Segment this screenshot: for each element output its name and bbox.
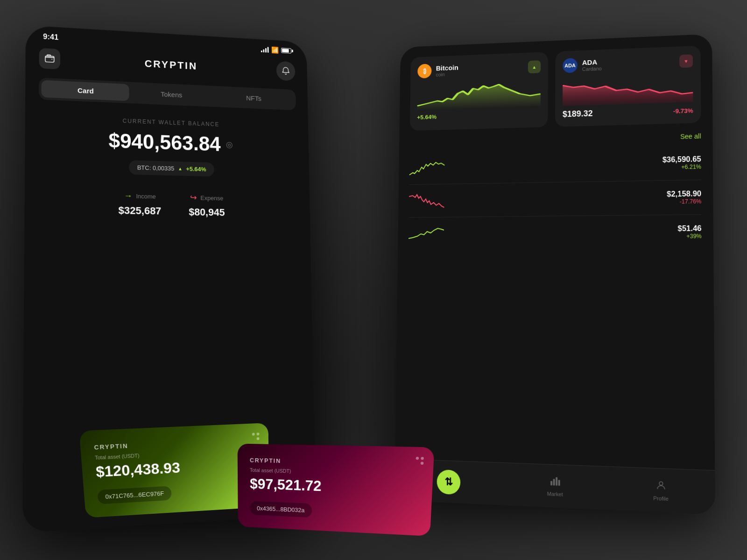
- asset-row-2[interactable]: $2,158.90 -17.76%: [398, 180, 713, 217]
- btc-up-arrow: ▲: [178, 166, 183, 171]
- card-value-pink: $97,521.72: [250, 476, 419, 498]
- expense-label: ↪ Expense: [189, 192, 225, 203]
- asset-row-3[interactable]: $51.46 +39%: [398, 215, 713, 250]
- svg-rect-3: [553, 479, 555, 485]
- bitcoin-mini-card[interactable]: ₿ Bitcoin coin ▲: [410, 52, 548, 131]
- income-item: → Income $325,687: [119, 191, 162, 217]
- svg-rect-1: [47, 55, 51, 56]
- income-arrow-icon: →: [124, 191, 132, 201]
- bell-icon: [282, 66, 290, 76]
- ada-full: Cardano: [582, 65, 602, 71]
- asset-chart-1: [409, 159, 445, 177]
- exchange-button[interactable]: ⇅: [437, 469, 460, 494]
- floating-card-pink: CRYPTIN Total asset (USDT) $97,521.72 0x…: [238, 444, 435, 537]
- bitcoin-card-header: ₿ Bitcoin coin ▲: [417, 59, 541, 78]
- notification-button[interactable]: [276, 61, 296, 81]
- ada-coin-icon: ADA: [563, 58, 578, 73]
- balance-main: $940,563.84 ◎: [39, 126, 297, 158]
- expense-item: ↪ Expense $80,945: [189, 192, 225, 218]
- btc-value: BTC: 0,00335: [137, 164, 174, 172]
- btc-chart: [417, 79, 541, 111]
- asset-change-1: +6.21%: [662, 163, 701, 171]
- status-time: 9:41: [43, 33, 58, 42]
- finance-row: → Income $325,687 ↪ Expense $80,945: [38, 189, 298, 220]
- panel-right: ₿ Bitcoin coin ▲: [395, 34, 715, 515]
- battery-icon: [281, 48, 291, 53]
- btc-name: Bitcoin: [436, 63, 458, 72]
- tab-card[interactable]: Card: [41, 80, 129, 101]
- market-label: Market: [547, 490, 563, 497]
- svg-rect-0: [45, 56, 54, 63]
- balance-amount: $940,563.84: [108, 129, 221, 156]
- svg-rect-5: [558, 480, 560, 485]
- mini-cards-row: ₿ Bitcoin coin ▲: [400, 34, 713, 131]
- asset-info-1: [452, 163, 655, 168]
- ada-chart: [563, 74, 693, 106]
- ada-price: $189.32: [563, 109, 593, 119]
- nav-profile[interactable]: Profile: [653, 479, 669, 501]
- btc-coin-icon: ₿: [417, 64, 431, 79]
- asset-chart-3: [409, 224, 444, 243]
- ada-name: ADA: [582, 58, 602, 66]
- asset-change-3: +39%: [678, 233, 702, 240]
- card-pink[interactable]: CRYPTIN Total asset (USDT) $97,521.72 0x…: [238, 444, 435, 537]
- card-brand-pink: CRYPTIN: [250, 457, 420, 468]
- market-icon: [550, 476, 560, 490]
- btc-badge: BTC: 0,00335 ▲ +5.64%: [129, 160, 214, 176]
- asset-change-2: -17.76%: [667, 198, 701, 205]
- eye-icon[interactable]: ◎: [226, 140, 233, 150]
- ada-change: -9.73%: [673, 107, 693, 115]
- asset-price-2: $2,158.90: [667, 189, 701, 198]
- wallet-icon-button[interactable]: [39, 48, 61, 70]
- wallet-icon: [44, 53, 55, 64]
- asset-info-2: [451, 198, 659, 201]
- wifi-icon: 📶: [271, 46, 279, 54]
- card-address-green: 0x71C765...6EC976F: [97, 486, 172, 504]
- income-value: $325,687: [119, 204, 162, 217]
- btc-change: +5.64%: [186, 165, 206, 173]
- income-label: → Income: [119, 191, 162, 202]
- expense-arrow-icon: ↪: [190, 192, 197, 203]
- tab-nfts[interactable]: NFTs: [213, 88, 294, 108]
- svg-rect-4: [556, 477, 558, 485]
- profile-icon: [655, 479, 666, 493]
- ada-mini-card[interactable]: ADA ADA Cardano ▼: [555, 46, 701, 127]
- profile-label: Profile: [653, 495, 669, 502]
- expense-value: $80,945: [189, 206, 225, 219]
- btc-full: coin: [436, 71, 458, 77]
- nav-market[interactable]: Market: [547, 475, 563, 497]
- asset-price-3: $51.46: [678, 224, 702, 233]
- card-dots-pink: [416, 457, 424, 465]
- card-dots-green: [252, 433, 260, 441]
- tab-tokens[interactable]: Tokens: [129, 84, 213, 105]
- asset-price-1: $36,590.65: [662, 155, 701, 164]
- signal-icon: [261, 46, 269, 52]
- svg-point-6: [659, 482, 663, 485]
- btc-trend-badge: ▲: [528, 60, 541, 73]
- asset-chart-2: [409, 191, 444, 210]
- card-address-pink: 0x4365...8BD032a: [250, 501, 312, 518]
- ada-trend-badge: ▼: [679, 54, 693, 68]
- see-all-button[interactable]: See all: [680, 133, 701, 140]
- asset-info-3: [451, 232, 670, 233]
- app-logo: CRYPTIN: [145, 58, 198, 72]
- svg-rect-2: [551, 481, 553, 485]
- asset-row-1[interactable]: $36,590.65 +6.21%: [399, 145, 713, 184]
- btc-mini-change: +5.64%: [417, 110, 541, 120]
- ada-card-header: ADA ADA Cardano ▼: [563, 53, 693, 73]
